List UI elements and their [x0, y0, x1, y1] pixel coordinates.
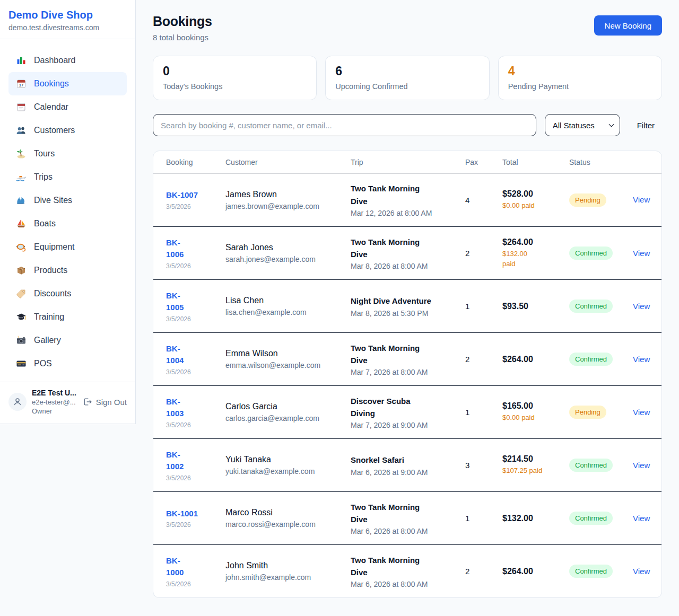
bookings-table: Booking Customer Trip Pax Total Status B…: [153, 151, 662, 598]
page-title: Bookings: [153, 14, 212, 29]
view-link[interactable]: View: [633, 461, 650, 470]
view-link[interactable]: View: [633, 355, 650, 364]
view-link[interactable]: View: [633, 408, 650, 417]
booking-cell: BK-1001 3/5/2026: [166, 508, 225, 529]
booking-link[interactable]: BK-1005: [166, 290, 191, 314]
shop-name[interactable]: Demo Dive Shop: [8, 9, 127, 21]
column-header-pax: Pax: [465, 158, 502, 166]
total-cell: $214.50 $107.25 paid: [502, 454, 569, 476]
sidebar-item-tours[interactable]: Tours: [8, 142, 127, 165]
table-row: BK-1006 3/5/2026 Sarah Jones sarah.jones…: [153, 226, 661, 279]
search-input[interactable]: [153, 114, 536, 136]
booking-link[interactable]: BK-1003: [166, 396, 191, 420]
view-link[interactable]: View: [633, 195, 650, 204]
sidebar-item-gallery[interactable]: Gallery: [8, 329, 127, 352]
trip-name: Two Tank Morning Dive: [351, 554, 434, 579]
dive-mask-icon: [16, 242, 27, 252]
customer-cell: Yuki Tanaka yuki.tanaka@example.com: [225, 455, 351, 476]
trip-cell: Two Tank Morning Dive Mar 6, 2026 at 8:0…: [351, 501, 465, 536]
actions-cell: View: [633, 302, 650, 311]
customer-name: Yuki Tanaka: [225, 455, 351, 464]
sidebar-item-dashboard[interactable]: Dashboard: [8, 49, 127, 72]
sidebar-item-trips[interactable]: Trips: [8, 165, 127, 189]
booking-link[interactable]: BK-1002: [166, 449, 191, 473]
column-header-customer: Customer: [225, 158, 351, 166]
paid-amount: $0.00 paid: [502, 413, 569, 423]
view-link[interactable]: View: [633, 302, 650, 311]
customer-email: marco.rossi@example.com: [225, 520, 351, 529]
trip-cell: Two Tank Morning Dive Mar 7, 2026 at 8:0…: [351, 342, 465, 377]
sidebar-item-products[interactable]: Products: [8, 259, 127, 282]
sidebar-item-calendar[interactable]: Calendar: [8, 95, 127, 119]
filter-button[interactable]: Filter: [629, 121, 662, 130]
calendar-icon: [16, 102, 27, 112]
actions-cell: View: [633, 461, 650, 470]
booking-cell: BK-1006 3/5/2026: [166, 237, 225, 270]
view-link[interactable]: View: [633, 567, 650, 576]
booking-cell: BK-1005 3/5/2026: [166, 290, 225, 323]
sidebar-item-bookings[interactable]: 17Bookings: [8, 72, 127, 95]
calendar-date-icon: 17: [16, 78, 27, 89]
stat-value: 4: [508, 64, 652, 78]
table-row: BK-1000 3/5/2026 John Smith john.smith@e…: [153, 544, 661, 597]
booking-link[interactable]: BK-1006: [166, 237, 191, 261]
stat-value: 0: [163, 64, 307, 78]
sidebar: Demo Dive Shop demo.test.divestreams.com…: [0, 0, 136, 424]
total-amount: $93.50: [502, 302, 569, 311]
avatar: [8, 393, 27, 411]
total-amount: $214.50: [502, 454, 569, 464]
customer-email: yuki.tanaka@example.com: [225, 467, 351, 476]
customer-name: John Smith: [225, 561, 351, 570]
sidebar-item-customers[interactable]: Customers: [8, 119, 127, 142]
trip-cell: Snorkel Safari Mar 6, 2026 at 9:00 AM: [351, 454, 465, 476]
paid-amount: $107.25 paid: [502, 466, 569, 476]
shop-header: Demo Dive Shop demo.test.divestreams.com: [0, 0, 135, 39]
booking-link[interactable]: BK-1007: [166, 189, 198, 201]
status-badge: Pending: [569, 193, 606, 207]
svg-text:17: 17: [19, 83, 23, 87]
main-content: Bookings 8 total bookings New Booking 0T…: [136, 0, 679, 598]
sign-out-button[interactable]: Sign Out: [83, 397, 127, 407]
total-amount: $165.00: [502, 401, 569, 411]
actions-cell: View: [633, 408, 650, 417]
customer-cell: Sarah Jones sarah.jones@example.com: [225, 243, 351, 263]
status-cell: Confirmed: [569, 353, 633, 366]
pax-count: 3: [465, 461, 502, 470]
customer-cell: Marco Rossi marco.rossi@example.com: [225, 508, 351, 529]
booking-link[interactable]: BK-1001: [166, 508, 198, 520]
trip-name: Two Tank Morning Dive: [351, 182, 434, 207]
booking-date: 3/5/2026: [166, 474, 225, 482]
booking-link[interactable]: BK-1004: [166, 343, 191, 367]
column-header-status: Status: [569, 158, 633, 166]
credit-card-icon: [16, 358, 27, 369]
sidebar-item-label: Products: [34, 266, 67, 275]
total-cell: $528.00 $0.00 paid: [502, 189, 569, 210]
sidebar-item-dive-sites[interactable]: Dive Sites: [8, 189, 127, 212]
stat-card-today-s-bookings: 0Today's Bookings: [153, 56, 317, 100]
sidebar-item-pos[interactable]: POS: [8, 352, 127, 375]
booking-cell: BK-1003 3/5/2026: [166, 396, 225, 429]
sidebar-item-equipment[interactable]: Equipment: [8, 235, 127, 259]
bookings-table-body: BK-1007 3/5/2026 James Brown james.brown…: [153, 173, 661, 597]
stat-card-upcoming-confirmed: 6Upcoming Confirmed: [325, 56, 489, 100]
view-link[interactable]: View: [633, 249, 650, 258]
sidebar-item-label: POS: [34, 359, 52, 368]
paid-amount: $132.00 paid: [502, 249, 530, 268]
stat-label: Today's Bookings: [163, 82, 307, 91]
sidebar-item-discounts[interactable]: Discounts: [8, 282, 127, 305]
customer-email: john.smith@example.com: [225, 573, 351, 582]
sailboat-icon: [16, 218, 27, 229]
booking-link[interactable]: BK-1000: [166, 555, 191, 579]
status-cell: Confirmed: [569, 459, 633, 472]
status-select[interactable]: All Statuses: [545, 114, 620, 136]
camera-icon: [16, 335, 27, 346]
sidebar-item-boats[interactable]: Boats: [8, 212, 127, 235]
new-booking-button[interactable]: New Booking: [594, 15, 662, 36]
customer-email: james.brown@example.com: [225, 202, 351, 210]
sidebar-item-training[interactable]: Training: [8, 305, 127, 329]
actions-cell: View: [633, 249, 650, 258]
status-badge: Confirmed: [569, 565, 613, 578]
view-link[interactable]: View: [633, 514, 650, 523]
total-cell: $264.00: [502, 355, 569, 364]
stat-label: Upcoming Confirmed: [335, 82, 479, 91]
